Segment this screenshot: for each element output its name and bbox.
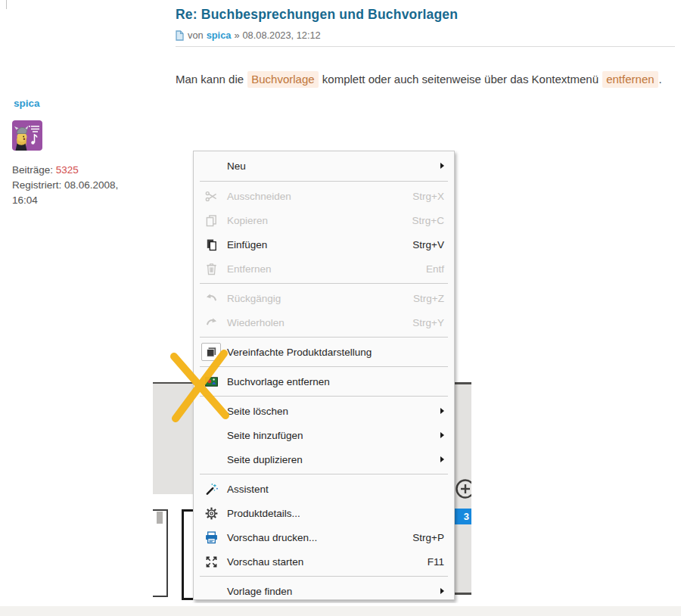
- menu-item-label: Vereinfachte Produktdarstellung: [227, 347, 444, 358]
- forum-post-page: Re: Buchbesprechungen und Buchvorlagen v…: [0, 0, 681, 616]
- menu-item-label: Entfernen: [227, 263, 426, 275]
- menu-item-label: Ausschneiden: [227, 191, 412, 202]
- submenu-arrow-icon: [440, 408, 444, 414]
- submenu-arrow-icon: [440, 588, 444, 594]
- scissors-icon: [201, 187, 221, 205]
- wand-icon: [201, 480, 221, 498]
- menu-shortcut-label: Strg+P: [412, 532, 444, 543]
- menu-shortcut-label: Strg+X: [412, 191, 444, 202]
- menu-item-label: Buchvorlage entfernen: [227, 376, 444, 387]
- post-byline: von spica » 08.08.2023, 12:12: [176, 30, 321, 41]
- menu-item-vorschau-starten[interactable]: Vorschau starten F11: [194, 549, 454, 574]
- empty-icon-gutter: [201, 450, 221, 468]
- menu-item-vorlage-finden[interactable]: Vorlage finden: [194, 579, 454, 603]
- menu-item-label: Seite duplizieren: [227, 454, 436, 465]
- empty-icon-gutter: [201, 582, 221, 600]
- menu-item-label: Vorschau drucken...: [227, 532, 412, 543]
- avatar[interactable]: [12, 120, 42, 151]
- avatar-image: [12, 120, 42, 151]
- menu-item-label: Vorlage finden: [227, 586, 436, 597]
- post-body-text: Man kann die Buchvorlage komplett oder a…: [176, 71, 675, 88]
- menu-separator: [200, 181, 448, 182]
- menu-item-label: Assistent: [227, 484, 444, 495]
- menu-item-seite-hinzufuegen[interactable]: Seite hinzufügen: [194, 423, 454, 447]
- menu-item-vorschau-drucken[interactable]: Vorschau drucken... Strg+P: [194, 525, 454, 549]
- menu-item-einfuegen[interactable]: Einfügen Strg+V: [194, 232, 454, 257]
- posts-count-row: Beiträge: 5325: [12, 163, 137, 178]
- page-thumbnail-content: [157, 512, 163, 524]
- empty-icon-gutter: [201, 426, 221, 444]
- post-title[interactable]: Re: Buchbesprechungen und Buchvorlagen: [176, 7, 458, 23]
- zoom-in-button[interactable]: [455, 478, 471, 500]
- menu-item-ausschneiden: Ausschneiden Strg+X: [194, 184, 454, 208]
- page-bottom-strip: [0, 606, 681, 616]
- body-text-segment: Man kann die: [176, 73, 247, 86]
- body-text-segment: komplett oder auch seitenweise über das …: [319, 73, 602, 86]
- menu-shortcut-label: Strg+Y: [412, 317, 444, 328]
- author-stats: Beiträge: 5325 Registriert: 08.06.2008, …: [12, 163, 137, 208]
- menu-item-kopieren: Kopieren Strg+C: [194, 208, 454, 232]
- header-divider: [176, 46, 675, 47]
- menu-separator: [200, 283, 448, 284]
- submenu-arrow-icon: [440, 456, 444, 462]
- search-highlight: entfernen: [602, 71, 658, 88]
- posts-value: 5325: [56, 164, 79, 176]
- trash-icon: [201, 260, 221, 278]
- empty-icon-gutter: [201, 157, 221, 175]
- fullscreen-icon: [201, 552, 221, 571]
- menu-item-entfernen: Entfernen Entf: [194, 257, 454, 281]
- menu-item-label: Produktdetails...: [227, 508, 444, 519]
- menu-item-label: Seite hinzufügen: [227, 430, 436, 441]
- menu-shortcut-label: Entf: [426, 263, 444, 275]
- search-highlight: Buchvorlage: [247, 71, 318, 88]
- menu-separator: [200, 576, 448, 577]
- printer-icon: [201, 528, 221, 546]
- menu-shortcut-label: F11: [428, 556, 444, 568]
- menu-shortcut-label: Strg+Z: [413, 293, 444, 304]
- submenu-arrow-icon: [440, 163, 444, 169]
- gear-icon: [201, 504, 221, 522]
- menu-shortcut-label: Strg+V: [412, 239, 444, 250]
- byline-separator: »: [234, 30, 239, 41]
- menu-item-label: Einfügen: [227, 239, 412, 250]
- menu-item-produktdetails[interactable]: Produktdetails...: [194, 501, 454, 525]
- menu-separator: [200, 337, 448, 338]
- yellow-x-annotation-icon: [166, 346, 236, 426]
- posts-label: Beiträge:: [12, 164, 53, 176]
- menu-shortcut-label: Strg+C: [412, 215, 444, 226]
- post-image-screenshot[interactable]: 3 Neu Ausschneiden Strg+X Kopieren Strg+…: [153, 102, 471, 603]
- workspace-edge-line: [453, 593, 471, 595]
- menu-item-label: Rückgängig: [227, 293, 413, 304]
- author-link[interactable]: spica: [207, 30, 232, 41]
- menu-separator: [200, 396, 448, 397]
- menu-item-neu[interactable]: Neu: [194, 153, 454, 179]
- menu-item-assistent[interactable]: Assistent: [194, 477, 454, 501]
- undo-icon: [201, 289, 221, 307]
- menu-item-label: Seite löschen: [227, 406, 436, 417]
- paste-icon: [201, 235, 221, 254]
- post-doc-icon[interactable]: [176, 30, 184, 41]
- menu-item-label: Neu: [227, 160, 436, 172]
- post-date: 08.08.2023, 12:12: [243, 30, 321, 41]
- menu-item-seite-duplizieren[interactable]: Seite duplizieren: [194, 447, 454, 471]
- menu-item-rueckgaengig: Rückgängig Strg+Z: [194, 286, 454, 310]
- redo-icon: [201, 313, 221, 331]
- menu-separator: [200, 366, 448, 367]
- registered-row: Registriert: 08.06.2008, 16:04: [12, 178, 137, 208]
- page-number-badge: 3: [454, 509, 471, 524]
- body-text-segment: .: [659, 73, 662, 86]
- menu-item-label: Kopieren: [227, 215, 412, 226]
- submenu-arrow-icon: [440, 432, 444, 438]
- top-divider: [6, 0, 7, 9]
- registered-label: Registriert:: [12, 179, 61, 191]
- byline-von: von: [188, 30, 204, 41]
- menu-item-label: Vorschau starten: [227, 556, 428, 568]
- sidebar-username[interactable]: spica: [14, 98, 40, 109]
- menu-separator: [200, 474, 448, 474]
- menu-item-wiederholen: Wiederholen Strg+Y: [194, 310, 454, 334]
- plus-circle-icon: [455, 478, 471, 500]
- menu-item-label: Wiederholen: [227, 317, 412, 328]
- copy-icon: [201, 211, 221, 229]
